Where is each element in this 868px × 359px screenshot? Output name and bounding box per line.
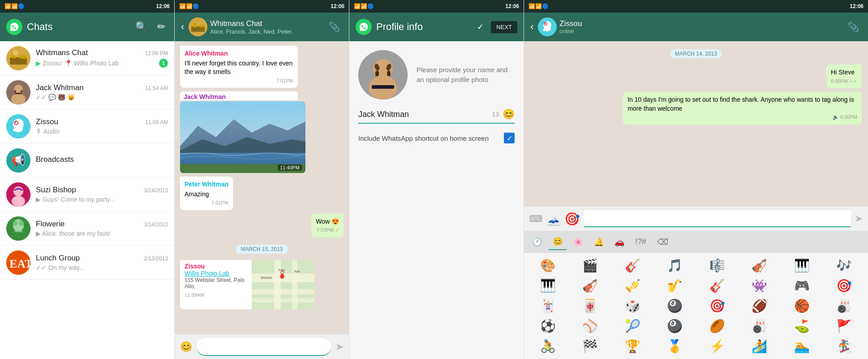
- svg-point-19: [13, 186, 23, 196]
- chat-info-jack: Jack Whitman 11:54 AM ✓✓ 💬 🐻 😸: [36, 83, 168, 101]
- emoji-tab-symbols[interactable]: !?#: [631, 234, 651, 249]
- emoji-trumpet[interactable]: 🎺: [612, 277, 653, 295]
- emoji-video-game[interactable]: 🎮: [782, 277, 822, 295]
- emoji-lightning[interactable]: ⚡: [697, 337, 738, 355]
- chat-info-whitmans: Whitmans Chat 12:06 PM ▶ Zissou: 📍 Willi…: [36, 48, 168, 68]
- emoji-cyclist[interactable]: 🚴: [528, 337, 568, 355]
- emoji-palette[interactable]: 🎨: [528, 256, 568, 275]
- chat-item-zissou[interactable]: Zissou 11:09 AM 🎙 Audio: [0, 109, 174, 143]
- time-3: 12:06: [505, 3, 519, 9]
- message-input-zissou[interactable]: [584, 210, 851, 227]
- whitmans-top-bar: ‹ Whitmans Chat Alice, Francis, Jack, Ne…: [175, 13, 349, 41]
- back-button-zissou[interactable]: ‹: [530, 21, 533, 33]
- emoji-bowling[interactable]: 🎳: [824, 297, 865, 315]
- emoji-eighth-notes[interactable]: 🎶: [824, 256, 865, 275]
- profile-title: Profile info: [376, 21, 470, 33]
- svg-point-63: [543, 29, 546, 31]
- emoji-guitar2[interactable]: 🎸: [697, 277, 738, 295]
- chat-item-suzi[interactable]: Suzi Bishop 3/14/2013 ▶ Guys! Come to my…: [0, 177, 174, 212]
- emoji-dart2[interactable]: 🎯: [697, 297, 738, 315]
- emoji-baseball[interactable]: ⚾: [570, 317, 611, 335]
- profile-photo[interactable]: [358, 50, 408, 99]
- avatar-whitmans-header: [189, 17, 207, 36]
- emoji-dice[interactable]: 🎲: [612, 297, 653, 315]
- emoji-surfer[interactable]: 🏄: [739, 337, 780, 355]
- status-bar-4: 📶📶🔵 12:06: [524, 0, 868, 13]
- avatar-broadcasts: 📢: [6, 148, 30, 173]
- chat-item-flowerie[interactable]: Flowerie 3/14/2013 ▶ Alice: those are my…: [0, 212, 174, 246]
- emoji-bowling2[interactable]: 🎳: [739, 317, 780, 335]
- emoji-soccer[interactable]: ⚽: [528, 317, 568, 335]
- emoji-tabs: 🕐 😊 🌸 🔔 🚗 !?# ⌫: [524, 231, 868, 253]
- emoji-tab-smiley[interactable]: 😊: [548, 234, 567, 250]
- emoji-tab-delete[interactable]: ⌫: [653, 234, 673, 250]
- emoji-music-score[interactable]: 🎼: [697, 256, 738, 275]
- emoji-8ball2[interactable]: 🎱: [655, 317, 696, 335]
- sticker-target[interactable]: 🎯: [564, 212, 580, 226]
- back-button[interactable]: ‹: [181, 21, 184, 33]
- emoji-dart[interactable]: 🎯: [824, 277, 865, 295]
- emoji-8ball[interactable]: 🎱: [655, 297, 696, 315]
- signal-icons-1: 📶📶🔵: [4, 3, 25, 9]
- chat-preview-jack: ✓✓ 💬 🐻 😸: [36, 94, 168, 101]
- svg-rect-41: [252, 298, 314, 303]
- send-button-zissou[interactable]: ➤: [855, 213, 863, 225]
- emoji-snowboarder[interactable]: 🏂: [824, 337, 865, 355]
- emoji-joker[interactable]: 🃏: [528, 297, 568, 315]
- sticker-mountain[interactable]: 🗻: [546, 212, 562, 226]
- next-button[interactable]: NEXT: [491, 21, 517, 33]
- chat-item-lunch[interactable]: EAT Lunch Group 2/13/2013 ✓✓ On my way..…: [0, 246, 174, 280]
- keyboard-icon[interactable]: ⌨: [529, 213, 542, 224]
- shortcut-checkbox[interactable]: ✓: [504, 133, 515, 143]
- date-divider-march15: MARCH 15, 2013: [180, 245, 344, 253]
- profile-name-input[interactable]: [358, 110, 488, 119]
- status-bar-3: 📶📶🔵 12:06: [349, 0, 524, 13]
- emoji-checkered-flag[interactable]: 🏁: [570, 337, 611, 355]
- emoji-piano[interactable]: 🎹: [782, 256, 822, 275]
- location-name: Willis Photo Lab: [185, 270, 247, 277]
- emoji-tennis[interactable]: 🎾: [612, 317, 653, 335]
- emoji-space-invader[interactable]: 👾: [739, 277, 780, 295]
- chat-preview-zissou: 🎙 Audio: [36, 128, 168, 135]
- emoji-swimmer[interactable]: 🏊: [782, 337, 822, 355]
- emoji-guitar[interactable]: 🎸: [612, 256, 653, 275]
- emoji-picker-icon[interactable]: 😊: [503, 108, 515, 120]
- emoji-trophy[interactable]: 🏆: [612, 337, 653, 355]
- compose-icon[interactable]: ✏: [155, 18, 168, 35]
- chat-name-jack: Jack Whitman: [36, 83, 84, 92]
- emoji-notes[interactable]: 🎵: [655, 256, 696, 275]
- chat-item-broadcasts[interactable]: 📢 Broadcasts: [0, 143, 174, 177]
- emoji-saxophone[interactable]: 🎷: [655, 277, 696, 295]
- emoji-football[interactable]: 🏈: [739, 297, 780, 315]
- attachment-icon[interactable]: 📎: [326, 19, 343, 35]
- svg-point-23: [13, 221, 18, 226]
- chat-preview-lunch: ✓✓ On my way...: [36, 264, 168, 271]
- emoji-golf[interactable]: ⛳: [782, 317, 822, 335]
- attachment-icon-zissou[interactable]: 📎: [845, 19, 862, 35]
- emoji-basketball[interactable]: 🏀: [782, 297, 822, 315]
- emoji-tab-car[interactable]: 🚗: [610, 234, 629, 250]
- zissou-subtitle: online: [559, 28, 842, 35]
- emoji-piano2[interactable]: 🎹: [528, 277, 568, 295]
- send-button-whitmans[interactable]: ➤: [335, 341, 344, 353]
- search-icon[interactable]: 🔍: [133, 18, 150, 35]
- whitmans-chat-panel: 📶📶🔵 12:06 ‹ Whitmans Chat Alice, Francis…: [175, 0, 349, 359]
- zissou-messages-area: MARCH 14, 2013 Hi Steve 6:00PM ✓✓ In 10 …: [524, 41, 868, 206]
- emoji-medal[interactable]: 🥇: [655, 337, 696, 355]
- emoji-tab-flower[interactable]: 🌸: [569, 234, 588, 250]
- avatar-suzi: [6, 182, 30, 207]
- emoji-flag[interactable]: 🚩: [824, 317, 865, 335]
- emoji-clapper[interactable]: 🎬: [570, 256, 611, 275]
- whitmans-subtitle: Alice, Francis, Jack, Ned, Peter,: [210, 28, 323, 35]
- emoji-mahjong[interactable]: 🀄: [570, 297, 611, 315]
- chat-item-jack[interactable]: Jack Whitman 11:54 AM ✓✓ 💬 🐻 😸: [0, 75, 174, 109]
- message-input-whitmans[interactable]: [197, 338, 331, 356]
- emoji-tab-bell[interactable]: 🔔: [589, 234, 608, 250]
- emoji-button-whitmans[interactable]: 😊: [180, 341, 192, 353]
- emoji-tab-clock[interactable]: 🕐: [528, 234, 546, 250]
- emoji-violin[interactable]: 🎻: [739, 256, 780, 275]
- emoji-violin2[interactable]: 🎻: [570, 277, 611, 295]
- chat-item-whitmans[interactable]: Whitmans Chat 12:06 PM ▶ Zissou: 📍 Willi…: [0, 41, 174, 75]
- emoji-rugby[interactable]: 🏉: [697, 317, 738, 335]
- sender-zissou-location: Zissou: [185, 263, 247, 270]
